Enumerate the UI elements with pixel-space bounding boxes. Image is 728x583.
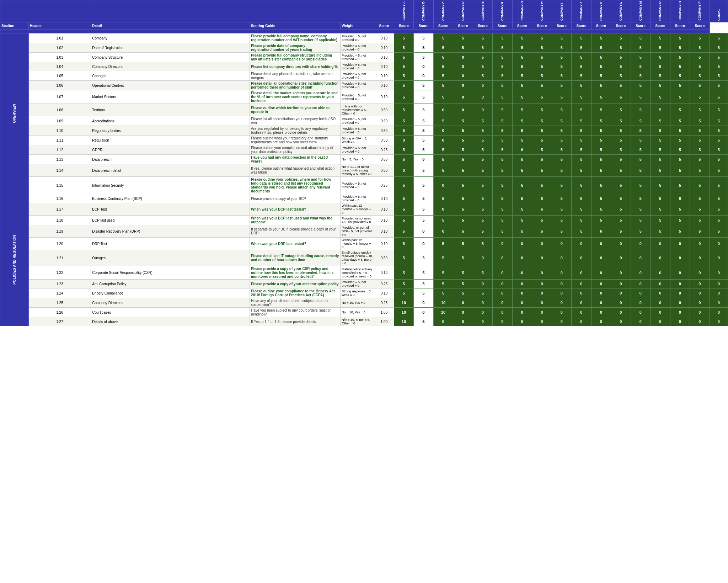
cell-weight: 0.10 (374, 266, 394, 280)
cell-header: Date of Registration (91, 43, 250, 53)
score-cell: 0 (394, 164, 414, 177)
score-cell: 5 (453, 33, 473, 43)
score-cell: 5 (493, 43, 513, 53)
score-cell: 5 (493, 53, 513, 62)
table-row: 1.21OutagesPlease detail last IT outage … (0, 250, 728, 266)
score-cell: 5 (670, 216, 690, 225)
score-cell: 5 (473, 203, 493, 216)
cell-section: 1.17 (28, 203, 91, 216)
score-cell: 5 (433, 280, 453, 288)
table-row: 1.05ChangesPlease detail any planned acq… (0, 71, 728, 81)
score-cell: 5 (552, 216, 572, 225)
cell-detail: Please provide a copy of your BCP (250, 194, 340, 203)
cell-weight: 0.10 (374, 194, 394, 203)
score-cell: 0 (670, 266, 690, 280)
cell-detail: Please list all accreditations your comp… (250, 116, 340, 126)
score-cell: 5 (394, 116, 414, 126)
score-cell: 5 (572, 216, 592, 225)
score-cell: 5 (651, 225, 670, 238)
score-cell: 5 (611, 145, 631, 155)
cell-section: 1.09 (28, 116, 91, 126)
cell-header: Details of above (91, 317, 250, 326)
score-cell: 0 (414, 308, 434, 317)
score-cell: 5 (552, 145, 572, 155)
score-cell: 0 (473, 90, 493, 104)
cell-weight: 0.25 (374, 280, 394, 288)
score-cell: 5 (631, 155, 651, 164)
score-cell: 0 (493, 288, 513, 298)
score-cell: 5 (591, 104, 611, 116)
table-row: 1.12GDPRPlease outline your compliance a… (0, 145, 728, 155)
score-cell: 5 (473, 194, 493, 203)
score-cell: 0 (552, 238, 572, 250)
score-cell: 0 (690, 280, 710, 288)
score-cell: 5 (493, 177, 513, 194)
score-cell: 0 (532, 317, 552, 326)
score-cell: 0 (710, 238, 728, 250)
score-cell: 5 (710, 203, 728, 216)
cell-detail: Please detail the market sectors you ope… (250, 90, 340, 104)
cell-section: 1.07 (28, 90, 91, 104)
company-col-header-i: COMPANY I (560, 3, 563, 21)
table-row: 1.18BCP last usedWhen was your BCP last … (0, 216, 728, 225)
score-cell: 5 (651, 90, 670, 104)
cell-header: Accreditations (91, 116, 250, 126)
company-col-header-d: COMPANY D (461, 1, 465, 21)
score-cell: 0 (631, 250, 651, 266)
score-cell: 5 (651, 53, 670, 62)
score-cell: 5 (611, 177, 631, 194)
score-cell: 5 (453, 238, 473, 250)
score-cell: 5 (690, 81, 710, 90)
score-cell: 5 (453, 266, 473, 280)
score-cell: 5 (591, 177, 611, 194)
score-cell: 5 (453, 43, 473, 53)
score-cell: 5 (552, 33, 572, 43)
score-cell: 5 (414, 203, 434, 216)
score-cell: 5 (651, 43, 670, 53)
score-cell: 10 (433, 308, 453, 317)
score-cell: 5 (512, 104, 532, 116)
score-cell: 5 (512, 81, 532, 90)
score-cell: 5 (512, 71, 532, 81)
score-cell: 5 (433, 250, 453, 266)
score-cell: 5 (611, 126, 631, 136)
score-cell: 0 (631, 317, 651, 326)
score-cell: 5 (453, 116, 473, 126)
cell-weight: 0.10 (374, 216, 394, 225)
score-cell: 5 (493, 155, 513, 164)
score-cell: 5 (473, 136, 493, 145)
cell-scoring: Provided = 5, not provided = 0 (341, 194, 374, 203)
col-header-score10: Score (552, 22, 572, 30)
score-cell: 5 (631, 164, 651, 177)
score-cell: 5 (493, 194, 513, 203)
cell-scoring: Mature policy actively controlled = 5, n… (341, 266, 374, 280)
score-cell: 5 (591, 126, 611, 136)
score-cell: 5 (512, 136, 532, 145)
cell-scoring: Provided = 5, not provided = 0 (341, 116, 374, 126)
cell-section: 1.03 (28, 53, 91, 62)
score-cell: 5 (572, 145, 592, 155)
cell-detail: Please detail last IT outage including c… (250, 250, 340, 266)
score-cell: 5 (433, 116, 453, 126)
score-cell: 0 (690, 250, 710, 266)
score-cell: 5 (532, 155, 552, 164)
score-cell: 5 (433, 155, 453, 164)
cell-scoring: Provided = 5, not provided = 0 (341, 33, 374, 43)
score-cell: 5 (611, 155, 631, 164)
score-cell: 0 (591, 266, 611, 280)
score-cell: 5 (532, 164, 552, 177)
score-cell: 0 (572, 298, 592, 308)
score-cell: 0 (651, 308, 670, 317)
score-cell: 0 (670, 298, 690, 308)
col-header-score9: Score (532, 22, 552, 30)
score-cell: 5 (453, 194, 473, 203)
score-cell: 5 (670, 155, 690, 164)
score-cell: 5 (433, 33, 453, 43)
cell-weight: 0.10 (374, 53, 394, 62)
score-cell: 5 (414, 164, 434, 177)
score-cell: 5 (453, 126, 473, 136)
score-cell: 0 (631, 238, 651, 250)
score-cell: 0 (394, 136, 414, 145)
score-cell: 5 (670, 145, 690, 155)
score-cell: 5 (670, 33, 690, 43)
